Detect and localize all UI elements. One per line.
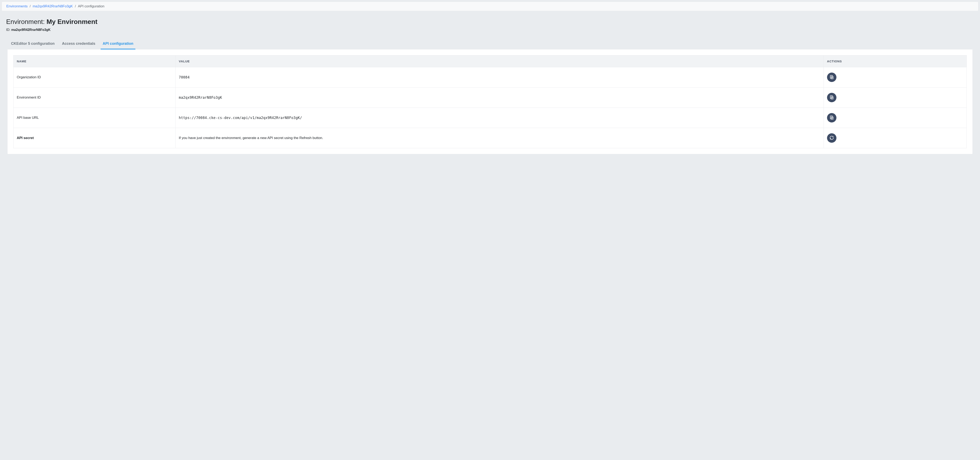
copy-button-org-id[interactable] <box>827 73 837 82</box>
cell-value-env-id: ma2qx9R42RrarN8Fo3gK <box>175 87 824 108</box>
table-header-row: NAME VALUE ACTIONS <box>13 56 967 67</box>
page-id-label: ID: <box>6 28 11 32</box>
table-row: Environment ID ma2qx9R42RrarN8Fo3gK <box>13 87 967 108</box>
cell-value-api-url: https://70084.cke-cs-dev.com/api/v1/ma2q… <box>175 108 824 128</box>
table-row: API secret If you have just created the … <box>13 128 967 148</box>
tabs: CKEditor 5 configuration Access credenti… <box>2 34 978 49</box>
cell-name-env-id: Environment ID <box>13 87 175 108</box>
tab-api-configuration[interactable]: API configuration <box>100 40 135 49</box>
table-row: Organization ID 70084 <box>13 67 967 87</box>
breadcrumb: Environments / ma2qx9R42RrarN8Fo3gK / AP… <box>2 2 978 11</box>
page-id-value: ma2qx9R42RrarN8Fo3gK <box>11 28 51 32</box>
breadcrumb-link-environments[interactable]: Environments <box>6 4 28 8</box>
copy-icon <box>829 95 834 100</box>
copy-button-env-id[interactable] <box>827 93 837 102</box>
tab-ckeditor5-config[interactable]: CKEditor 5 configuration <box>9 40 57 49</box>
panel: NAME VALUE ACTIONS Organization ID 70084 <box>7 49 973 154</box>
breadcrumb-separator: / <box>75 4 76 8</box>
page-title: Environment: My Environment <box>6 18 974 25</box>
cell-value-api-secret: If you have just created the environment… <box>175 128 824 148</box>
th-value: VALUE <box>175 56 824 67</box>
page-title-prefix: Environment: <box>6 18 46 25</box>
cell-name-api-url: API base URL <box>13 108 175 128</box>
title-block: Environment: My Environment ID: ma2qx9R4… <box>2 11 978 34</box>
th-actions: ACTIONS <box>824 56 967 67</box>
page-id-line: ID: ma2qx9R42RrarN8Fo3gK <box>6 28 974 32</box>
refresh-icon <box>829 136 834 141</box>
breadcrumb-separator: / <box>30 4 31 8</box>
copy-icon <box>829 75 834 80</box>
cell-value-org-id: 70084 <box>175 67 824 87</box>
copy-button-api-url[interactable] <box>827 113 837 122</box>
copy-icon <box>829 115 834 121</box>
cell-name-api-secret: API secret <box>13 128 175 148</box>
tab-access-credentials[interactable]: Access credentials <box>60 40 97 49</box>
breadcrumb-current: API configuration <box>78 4 104 8</box>
cell-name-org-id: Organization ID <box>13 67 175 87</box>
page-title-name: My Environment <box>46 18 97 25</box>
breadcrumb-link-env-id[interactable]: ma2qx9R42RrarN8Fo3gK <box>33 4 73 8</box>
page-root: Environments / ma2qx9R42RrarN8Fo3gK / AP… <box>0 0 980 160</box>
th-name: NAME <box>13 56 175 67</box>
config-table: NAME VALUE ACTIONS Organization ID 70084 <box>13 55 967 148</box>
table-row: API base URL https://70084.cke-cs-dev.co… <box>13 108 967 128</box>
refresh-button-api-secret[interactable] <box>827 133 837 143</box>
